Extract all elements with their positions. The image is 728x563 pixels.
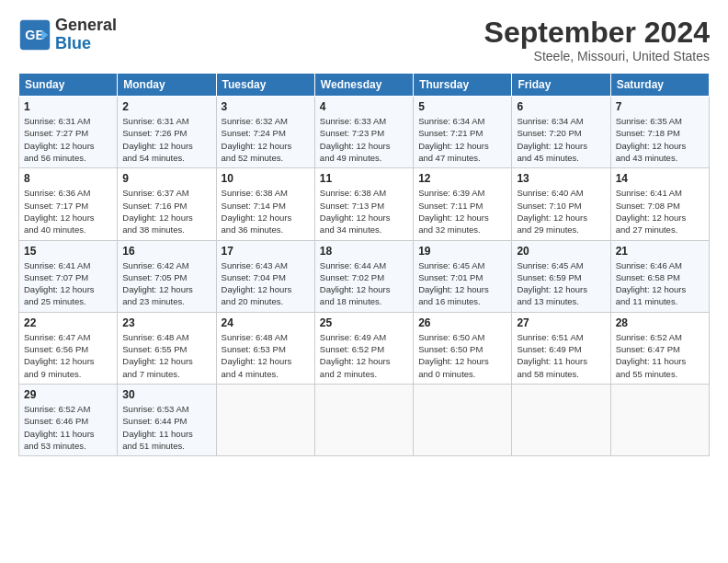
- table-row: 13Sunrise: 6:40 AMSunset: 7:10 PMDayligh…: [512, 168, 610, 240]
- day-number: 5: [418, 100, 506, 113]
- day-info: Sunrise: 6:39 AMSunset: 7:11 PMDaylight:…: [418, 187, 506, 236]
- calendar-table: Sunday Monday Tuesday Wednesday Thursday…: [18, 73, 710, 456]
- day-number: 23: [122, 316, 210, 329]
- logo-text: General Blue: [55, 17, 117, 53]
- header: GB General Blue September 2024 Steele, M…: [18, 17, 710, 63]
- col-thursday: Thursday: [414, 74, 512, 97]
- calendar-week-1: 1Sunrise: 6:31 AMSunset: 7:27 PMDaylight…: [19, 97, 710, 168]
- day-number: 1: [24, 100, 112, 113]
- day-info: Sunrise: 6:32 AMSunset: 7:24 PMDaylight:…: [222, 115, 310, 164]
- day-info: Sunrise: 6:38 AMSunset: 7:13 PMDaylight:…: [320, 187, 408, 236]
- day-info: Sunrise: 6:43 AMSunset: 7:04 PMDaylight:…: [222, 259, 310, 308]
- day-number: 20: [517, 245, 605, 258]
- table-row: 1Sunrise: 6:31 AMSunset: 7:27 PMDaylight…: [19, 97, 118, 168]
- table-row: [512, 384, 610, 455]
- table-row: 29Sunrise: 6:52 AMSunset: 6:46 PMDayligh…: [19, 384, 118, 455]
- day-number: 25: [320, 316, 408, 329]
- day-number: 9: [122, 172, 210, 185]
- table-row: 17Sunrise: 6:43 AMSunset: 7:04 PMDayligh…: [216, 240, 314, 312]
- day-number: 15: [24, 245, 112, 258]
- day-number: 6: [517, 100, 605, 113]
- day-info: Sunrise: 6:41 AMSunset: 7:08 PMDaylight:…: [616, 187, 704, 236]
- table-row: 19Sunrise: 6:45 AMSunset: 7:01 PMDayligh…: [414, 240, 512, 312]
- day-number: 16: [122, 245, 210, 258]
- day-info: Sunrise: 6:53 AMSunset: 6:44 PMDaylight:…: [122, 403, 210, 452]
- title-area: September 2024 Steele, Missouri, United …: [484, 17, 710, 63]
- table-row: 9Sunrise: 6:37 AMSunset: 7:16 PMDaylight…: [118, 168, 216, 240]
- col-saturday: Saturday: [610, 74, 709, 97]
- table-row: [610, 384, 709, 455]
- calendar-week-5: 29Sunrise: 6:52 AMSunset: 6:46 PMDayligh…: [19, 384, 710, 455]
- table-row: 21Sunrise: 6:46 AMSunset: 6:58 PMDayligh…: [610, 240, 709, 312]
- table-row: 7Sunrise: 6:35 AMSunset: 7:18 PMDaylight…: [610, 97, 709, 168]
- logo-icon: GB: [18, 18, 51, 52]
- col-sunday: Sunday: [19, 74, 118, 97]
- day-number: 11: [320, 172, 408, 185]
- day-info: Sunrise: 6:33 AMSunset: 7:23 PMDaylight:…: [320, 115, 408, 164]
- day-number: 2: [122, 100, 210, 113]
- day-info: Sunrise: 6:48 AMSunset: 6:53 PMDaylight:…: [222, 331, 310, 380]
- calendar-week-4: 22Sunrise: 6:47 AMSunset: 6:56 PMDayligh…: [19, 312, 710, 384]
- day-info: Sunrise: 6:49 AMSunset: 6:52 PMDaylight:…: [320, 331, 408, 380]
- calendar-header-row: Sunday Monday Tuesday Wednesday Thursday…: [19, 74, 710, 97]
- day-number: 13: [517, 172, 605, 185]
- day-info: Sunrise: 6:45 AMSunset: 7:01 PMDaylight:…: [418, 259, 506, 308]
- table-row: 2Sunrise: 6:31 AMSunset: 7:26 PMDaylight…: [118, 97, 216, 168]
- table-row: 20Sunrise: 6:45 AMSunset: 6:59 PMDayligh…: [512, 240, 610, 312]
- day-number: 19: [418, 245, 506, 258]
- table-row: 26Sunrise: 6:50 AMSunset: 6:50 PMDayligh…: [414, 312, 512, 384]
- day-info: Sunrise: 6:34 AMSunset: 7:21 PMDaylight:…: [418, 115, 506, 164]
- day-info: Sunrise: 6:45 AMSunset: 6:59 PMDaylight:…: [517, 259, 605, 308]
- day-number: 24: [222, 316, 310, 329]
- table-row: 15Sunrise: 6:41 AMSunset: 7:07 PMDayligh…: [19, 240, 118, 312]
- table-row: 10Sunrise: 6:38 AMSunset: 7:14 PMDayligh…: [216, 168, 314, 240]
- day-info: Sunrise: 6:52 AMSunset: 6:47 PMDaylight:…: [616, 331, 704, 380]
- day-info: Sunrise: 6:42 AMSunset: 7:05 PMDaylight:…: [122, 259, 210, 308]
- table-row: 28Sunrise: 6:52 AMSunset: 6:47 PMDayligh…: [610, 312, 709, 384]
- day-number: 30: [122, 388, 210, 401]
- day-info: Sunrise: 6:48 AMSunset: 6:55 PMDaylight:…: [122, 331, 210, 380]
- day-info: Sunrise: 6:31 AMSunset: 7:26 PMDaylight:…: [122, 115, 210, 164]
- table-row: [314, 384, 413, 455]
- day-number: 14: [616, 172, 704, 185]
- logo: GB General Blue: [18, 17, 117, 53]
- table-row: 8Sunrise: 6:36 AMSunset: 7:17 PMDaylight…: [19, 168, 118, 240]
- day-info: Sunrise: 6:47 AMSunset: 6:56 PMDaylight:…: [24, 331, 112, 380]
- table-row: 25Sunrise: 6:49 AMSunset: 6:52 PMDayligh…: [314, 312, 413, 384]
- day-number: 8: [24, 172, 112, 185]
- calendar-page: GB General Blue September 2024 Steele, M…: [0, 0, 728, 465]
- day-info: Sunrise: 6:36 AMSunset: 7:17 PMDaylight:…: [24, 187, 112, 236]
- day-number: 29: [24, 388, 112, 401]
- day-number: 7: [616, 100, 704, 113]
- table-row: 18Sunrise: 6:44 AMSunset: 7:02 PMDayligh…: [314, 240, 413, 312]
- day-info: Sunrise: 6:46 AMSunset: 6:58 PMDaylight:…: [616, 259, 704, 308]
- col-friday: Friday: [512, 74, 610, 97]
- day-info: Sunrise: 6:35 AMSunset: 7:18 PMDaylight:…: [616, 115, 704, 164]
- day-info: Sunrise: 6:31 AMSunset: 7:27 PMDaylight:…: [24, 115, 112, 164]
- day-number: 3: [222, 100, 310, 113]
- day-info: Sunrise: 6:37 AMSunset: 7:16 PMDaylight:…: [122, 187, 210, 236]
- col-monday: Monday: [118, 74, 216, 97]
- month-title: September 2024: [484, 17, 710, 49]
- table-row: 4Sunrise: 6:33 AMSunset: 7:23 PMDaylight…: [314, 97, 413, 168]
- table-row: 12Sunrise: 6:39 AMSunset: 7:11 PMDayligh…: [414, 168, 512, 240]
- table-row: 11Sunrise: 6:38 AMSunset: 7:13 PMDayligh…: [314, 168, 413, 240]
- col-tuesday: Tuesday: [216, 74, 314, 97]
- location: Steele, Missouri, United States: [484, 49, 710, 63]
- table-row: 24Sunrise: 6:48 AMSunset: 6:53 PMDayligh…: [216, 312, 314, 384]
- day-number: 26: [418, 316, 506, 329]
- table-row: 3Sunrise: 6:32 AMSunset: 7:24 PMDaylight…: [216, 97, 314, 168]
- day-number: 10: [222, 172, 310, 185]
- table-row: 22Sunrise: 6:47 AMSunset: 6:56 PMDayligh…: [19, 312, 118, 384]
- day-info: Sunrise: 6:38 AMSunset: 7:14 PMDaylight:…: [222, 187, 310, 236]
- table-row: 27Sunrise: 6:51 AMSunset: 6:49 PMDayligh…: [512, 312, 610, 384]
- col-wednesday: Wednesday: [314, 74, 413, 97]
- table-row: 30Sunrise: 6:53 AMSunset: 6:44 PMDayligh…: [118, 384, 216, 455]
- table-row: 16Sunrise: 6:42 AMSunset: 7:05 PMDayligh…: [118, 240, 216, 312]
- day-info: Sunrise: 6:50 AMSunset: 6:50 PMDaylight:…: [418, 331, 506, 380]
- table-row: 5Sunrise: 6:34 AMSunset: 7:21 PMDaylight…: [414, 97, 512, 168]
- day-number: 22: [24, 316, 112, 329]
- day-number: 12: [418, 172, 506, 185]
- day-number: 17: [222, 245, 310, 258]
- table-row: 6Sunrise: 6:34 AMSunset: 7:20 PMDaylight…: [512, 97, 610, 168]
